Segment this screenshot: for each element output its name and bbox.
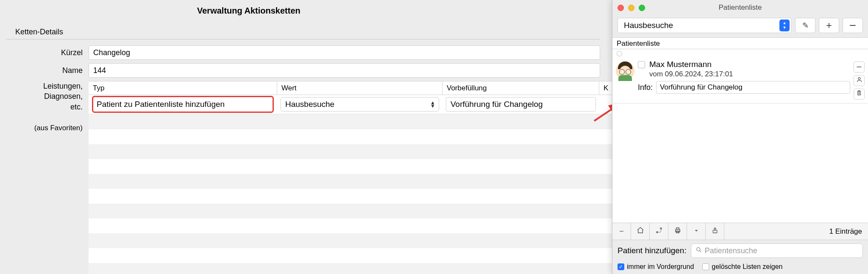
edit-button[interactable]: ✎ — [795, 18, 815, 33]
foreground-checkbox[interactable]: ✓ immer im Vordergrund — [618, 263, 694, 271]
avatar — [616, 62, 634, 80]
wert-combo[interactable]: Hausbesuche ▲▼ — [281, 97, 439, 112]
top-toolbar: Hausbesuche ▲▼ ✎ + − — [612, 15, 868, 37]
table-row[interactable]: Patient zu Patientenliste hinzufügen Hau… — [89, 95, 612, 114]
deleted-checkbox[interactable]: gelöschte Listen zeigen — [702, 263, 782, 271]
section-header: Ketten-Details — [0, 28, 606, 39]
patient-list: Patientenliste Max Mustermann vom 09.06.… — [612, 37, 868, 240]
route-icon — [655, 226, 663, 236]
foreground-label: immer im Vordergrund — [627, 263, 694, 271]
list-select-value: Hausbesuche — [624, 21, 673, 30]
patient-checkbox[interactable] — [638, 61, 645, 68]
minus-icon: − — [619, 227, 624, 236]
vorbefuellung-input[interactable]: Vorführung für Changelog — [446, 97, 596, 112]
checkbox-checked-icon: ✓ — [618, 263, 624, 270]
remove-button[interactable]: − — [843, 18, 863, 33]
name-label: Name — [6, 66, 89, 75]
chevron-updown-icon: ▲▼ — [430, 101, 435, 108]
list-select[interactable]: Hausbesuche ▲▼ — [618, 18, 792, 33]
patient-search-input[interactable]: Patientensuche — [691, 243, 863, 258]
chevron-down-icon — [693, 227, 700, 236]
add-patient-label: Patient hinzufügen: — [618, 246, 687, 255]
plus-icon: + — [826, 20, 832, 31]
remove-patient-button[interactable]: − — [854, 62, 865, 73]
svg-point-12 — [696, 247, 700, 251]
person-icon — [856, 76, 862, 85]
deleted-label: gelöschte Listen zeigen — [712, 263, 782, 271]
main-panel: Verwaltung Aktionsketten Ketten-Details … — [0, 0, 606, 274]
home-icon — [637, 226, 644, 236]
clipboard-button[interactable] — [854, 89, 865, 100]
patient-date: vom 09.06.2024, 23:17:01 — [649, 70, 850, 78]
info-label: Info: — [638, 83, 653, 92]
favoriten-label: (aus Favoriten) — [6, 124, 89, 132]
share-button[interactable] — [706, 223, 724, 240]
titlebar: Patientenliste — [612, 0, 868, 15]
svg-point-8 — [660, 228, 662, 229]
kuerzel-label: Kürzel — [6, 48, 89, 57]
printer-icon — [674, 226, 682, 236]
window-title: Patientenliste — [612, 3, 868, 12]
add-patient-row: Patient hinzufügen: Patientensuche — [612, 240, 868, 261]
checkbox-unchecked-icon — [702, 263, 709, 270]
list-caption: Patientenliste — [612, 38, 868, 49]
page-title: Verwaltung Aktionsketten — [0, 0, 606, 28]
expand-button[interactable] — [687, 223, 706, 240]
share-icon — [712, 226, 718, 236]
empty-rows — [89, 115, 612, 274]
details-body: Kürzel Name Leistungen, Diagnosen, etc. … — [6, 39, 600, 268]
chevron-updown-icon: ▲▼ — [779, 20, 790, 31]
col-wert[interactable]: Wert — [277, 81, 442, 95]
svg-line-13 — [699, 250, 701, 252]
svg-point-1 — [858, 78, 860, 80]
print-button[interactable] — [668, 223, 687, 240]
options-row: ✓ immer im Vordergrund gelöschte Listen … — [612, 261, 868, 274]
search-icon — [696, 246, 702, 255]
clipboard-icon — [856, 90, 862, 98]
typ-cell-highlighted[interactable]: Patient zu Patientenliste hinzufügen — [92, 96, 274, 113]
search-placeholder: Patientensuche — [705, 246, 757, 255]
bottom-toolbar: − 1 Einträge — [612, 223, 868, 240]
col-last[interactable]: K — [599, 81, 612, 95]
wert-combo-value: Hausbesuche — [285, 100, 334, 109]
col-vorbefuellung[interactable]: Vorbefüllung — [442, 81, 599, 95]
name-input[interactable] — [89, 63, 600, 78]
actions-table: Typ Wert Vorbefüllung K Patient zu Patie… — [89, 81, 612, 274]
home-button[interactable] — [631, 223, 650, 240]
row-marker-radio[interactable] — [617, 51, 622, 56]
add-button[interactable]: + — [819, 18, 839, 33]
leistungen-label: Leistungen, Diagnosen, etc. — [6, 81, 89, 112]
patientenliste-window: Patientenliste Hausbesuche ▲▼ ✎ + − Pati… — [612, 0, 868, 274]
route-button[interactable] — [650, 223, 668, 240]
entry-count: 1 Einträge — [724, 227, 868, 236]
person-button[interactable] — [854, 75, 865, 86]
patient-name: Max Mustermann — [649, 60, 712, 69]
collapse-button[interactable]: − — [612, 223, 631, 240]
col-typ[interactable]: Typ — [89, 81, 277, 95]
svg-point-7 — [657, 232, 658, 233]
kuerzel-input[interactable] — [89, 45, 600, 60]
patient-entry[interactable]: Max Mustermann vom 09.06.2024, 23:17:01 … — [612, 59, 868, 103]
info-input[interactable]: Vorführung für Changelog — [656, 81, 850, 94]
pencil-icon: ✎ — [802, 21, 809, 30]
